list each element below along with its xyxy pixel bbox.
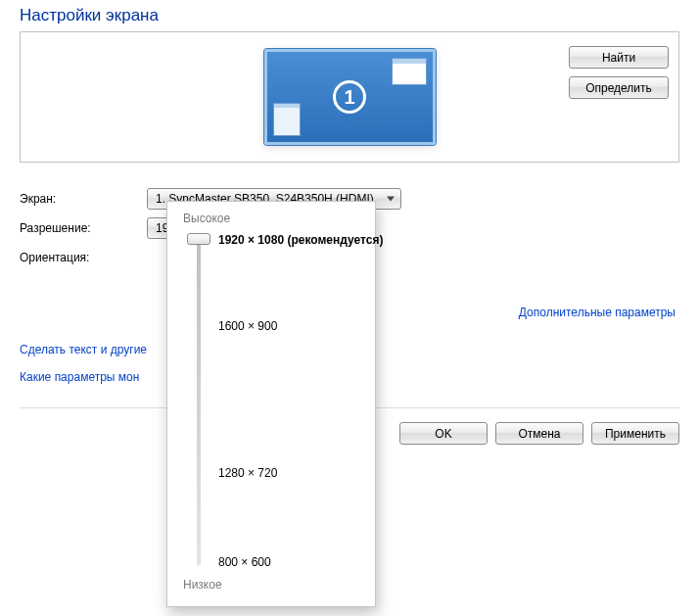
resolution-option[interactable]: 1920 × 1080 (рекомендуется) <box>218 233 383 247</box>
resolution-label: Разрешение: <box>20 221 147 235</box>
resolution-option[interactable]: 1600 × 900 <box>218 319 277 333</box>
ok-button[interactable]: OK <box>399 422 488 445</box>
orientation-label: Ориентация: <box>20 251 147 264</box>
apply-button[interactable]: Применить <box>591 422 679 445</box>
screen-label: Экран: <box>20 192 147 206</box>
slider-thumb[interactable] <box>187 233 210 245</box>
chevron-down-icon <box>387 197 395 202</box>
monitor-win-icon <box>273 103 301 136</box>
find-button[interactable]: Найти <box>569 46 669 69</box>
monitor-win-icon <box>392 58 427 85</box>
advanced-settings-link[interactable]: Дополнительные параметры <box>519 306 676 319</box>
page-title: Настройки экрана <box>20 6 679 25</box>
monitor-number: 1 <box>333 80 366 114</box>
monitor-preview-box: 1 Найти Определить <box>20 31 679 163</box>
cancel-button[interactable]: Отмена <box>495 422 583 445</box>
resolution-popup: Высокое 1920 × 1080 (рекомендуется)1600 … <box>166 201 376 464</box>
monitor-1[interactable]: 1 <box>264 49 436 145</box>
resolution-slider[interactable]: 1920 × 1080 (рекомендуется)1600 × 900128… <box>193 231 363 464</box>
slider-track <box>197 237 201 464</box>
identify-button[interactable]: Определить <box>569 76 669 99</box>
resolution-high-label: Высокое <box>183 212 363 225</box>
